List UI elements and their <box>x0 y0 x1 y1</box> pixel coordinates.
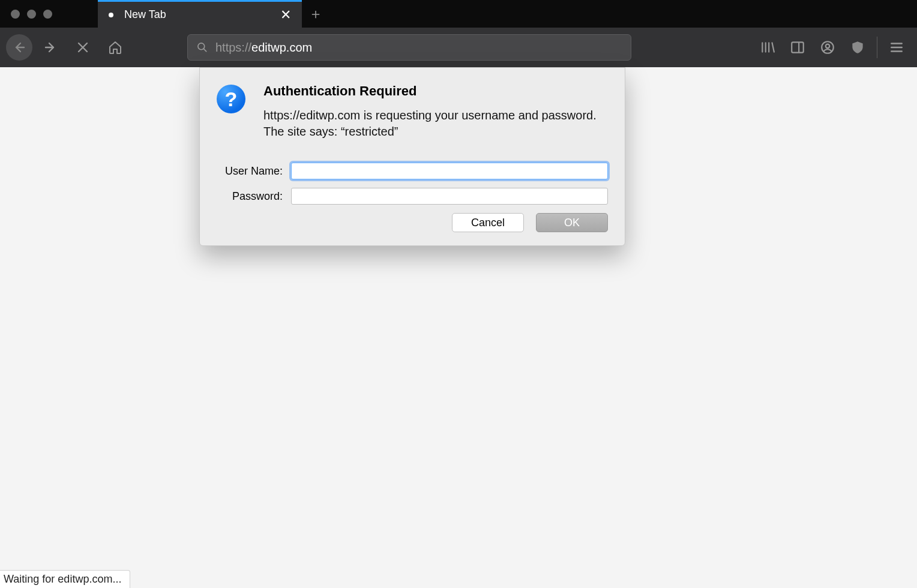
x-icon <box>76 40 90 55</box>
library-icon <box>760 40 775 55</box>
password-label: Password: <box>217 190 283 203</box>
auth-form: User Name: Password: Cancel OK <box>217 163 608 232</box>
question-icon: ? <box>217 85 245 113</box>
plus-icon: ＋ <box>308 4 323 23</box>
url-protocol: https:// <box>215 41 251 54</box>
toolbar-divider <box>877 37 877 58</box>
new-tab-button[interactable]: ＋ <box>302 0 329 28</box>
account-icon <box>820 40 835 55</box>
sidebar-icon <box>790 40 805 55</box>
username-label: User Name: <box>217 165 283 178</box>
stop-button[interactable] <box>68 33 97 62</box>
url-text: https://editwp.com <box>215 41 312 55</box>
dialog-message: https://editwp.com is requesting your us… <box>263 107 608 140</box>
home-icon <box>108 40 122 55</box>
browser-tab[interactable]: New Tab ✕ <box>98 0 302 28</box>
dialog-title: Authentication Required <box>263 83 608 99</box>
library-button[interactable] <box>753 33 782 62</box>
svg-point-3 <box>826 44 830 49</box>
window-minimize-dot[interactable] <box>27 10 36 19</box>
status-bar: Waiting for editwp.com... <box>0 570 130 588</box>
close-icon[interactable]: ✕ <box>280 7 291 23</box>
home-button[interactable] <box>101 33 130 62</box>
search-icon <box>196 41 208 53</box>
shield-button[interactable] <box>843 33 872 62</box>
password-input[interactable] <box>291 188 608 205</box>
tab-title: New Tab <box>124 8 280 21</box>
tab-favicon <box>109 13 113 17</box>
account-button[interactable] <box>813 33 842 62</box>
username-input[interactable] <box>291 163 608 179</box>
auth-dialog: ? Authentication Required https://editwp… <box>199 67 625 246</box>
window-close-dot[interactable] <box>11 10 20 19</box>
svg-rect-1 <box>792 42 804 52</box>
url-domain: editwp.com <box>251 41 312 54</box>
arrow-left-icon <box>12 40 26 55</box>
tab-strip: New Tab ✕ ＋ <box>0 0 917 28</box>
window-zoom-dot[interactable] <box>43 10 52 19</box>
toolbar-right <box>753 33 911 62</box>
cancel-button[interactable]: Cancel <box>452 213 524 232</box>
ok-button[interactable]: OK <box>536 213 608 232</box>
forward-button[interactable] <box>36 33 65 62</box>
sidebar-button[interactable] <box>783 33 812 62</box>
address-bar[interactable]: https://editwp.com <box>187 34 631 61</box>
nav-toolbar: https://editwp.com <box>0 28 917 67</box>
window-controls <box>11 10 52 19</box>
arrow-right-icon <box>43 40 58 55</box>
hamburger-icon <box>889 40 904 55</box>
shield-icon <box>850 40 865 55</box>
menu-button[interactable] <box>882 33 911 62</box>
back-button[interactable] <box>6 34 32 61</box>
